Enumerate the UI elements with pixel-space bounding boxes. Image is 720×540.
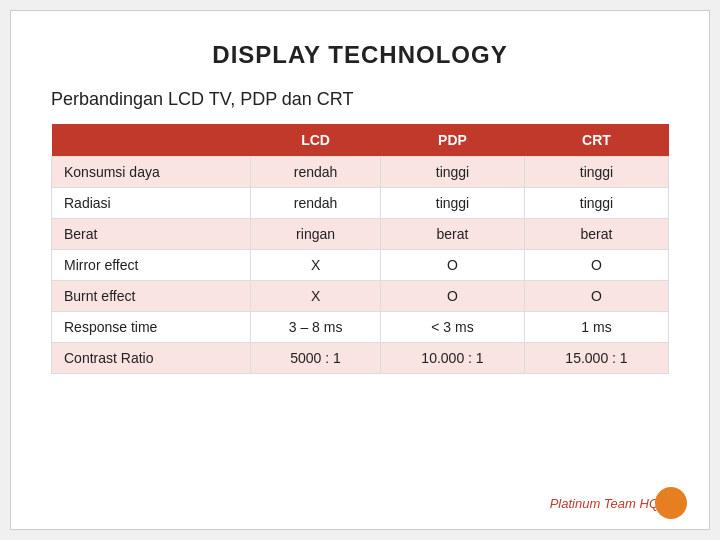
slide-subtitle: Perbandingan LCD TV, PDP dan CRT bbox=[51, 89, 669, 110]
col-header-crt: CRT bbox=[524, 124, 668, 157]
table-cell-value: < 3 ms bbox=[381, 312, 525, 343]
table-cell-value: X bbox=[251, 281, 381, 312]
table-cell-value: 10.000 : 1 bbox=[381, 343, 525, 374]
table-row: Mirror effectXOO bbox=[52, 250, 669, 281]
table-cell-value: 5000 : 1 bbox=[251, 343, 381, 374]
table-cell-value: tinggi bbox=[381, 157, 525, 188]
footer-text: Platinum Team HQ bbox=[550, 496, 659, 511]
table-cell-value: O bbox=[381, 281, 525, 312]
slide: DISPLAY TECHNOLOGY Perbandingan LCD TV, … bbox=[10, 10, 710, 530]
table-cell-value: ringan bbox=[251, 219, 381, 250]
table-cell-value: tinggi bbox=[381, 188, 525, 219]
table-cell-feature: Radiasi bbox=[52, 188, 251, 219]
table-header-row: LCD PDP CRT bbox=[52, 124, 669, 157]
table-cell-feature: Konsumsi daya bbox=[52, 157, 251, 188]
table-cell-feature: Berat bbox=[52, 219, 251, 250]
table-cell-value: X bbox=[251, 250, 381, 281]
table-cell-value: rendah bbox=[251, 157, 381, 188]
table-cell-feature: Mirror effect bbox=[52, 250, 251, 281]
col-header-lcd: LCD bbox=[251, 124, 381, 157]
table-cell-value: tinggi bbox=[524, 157, 668, 188]
col-header-pdp: PDP bbox=[381, 124, 525, 157]
table-cell-value: berat bbox=[381, 219, 525, 250]
table-cell-value: O bbox=[381, 250, 525, 281]
table-cell-feature: Burnt effect bbox=[52, 281, 251, 312]
table-row: Konsumsi dayarendahtinggitinggi bbox=[52, 157, 669, 188]
table-cell-value: berat bbox=[524, 219, 668, 250]
table-row: Contrast Ratio5000 : 110.000 : 115.000 :… bbox=[52, 343, 669, 374]
table-cell-value: rendah bbox=[251, 188, 381, 219]
table-cell-feature: Contrast Ratio bbox=[52, 343, 251, 374]
table-cell-value: 3 – 8 ms bbox=[251, 312, 381, 343]
table-cell-value: 1 ms bbox=[524, 312, 668, 343]
table-row: Beratringanberatberat bbox=[52, 219, 669, 250]
table-cell-value: tinggi bbox=[524, 188, 668, 219]
table-row: Burnt effectXOO bbox=[52, 281, 669, 312]
table-row: Response time3 – 8 ms< 3 ms1 ms bbox=[52, 312, 669, 343]
table-cell-feature: Response time bbox=[52, 312, 251, 343]
slide-title: DISPLAY TECHNOLOGY bbox=[51, 41, 669, 69]
table-cell-value: 15.000 : 1 bbox=[524, 343, 668, 374]
comparison-table: LCD PDP CRT Konsumsi dayarendahtinggitin… bbox=[51, 124, 669, 374]
col-header-feature bbox=[52, 124, 251, 157]
table-row: Radiasirendahtinggitinggi bbox=[52, 188, 669, 219]
table-cell-value: O bbox=[524, 250, 668, 281]
table-cell-value: O bbox=[524, 281, 668, 312]
orange-circle-decoration bbox=[655, 487, 687, 519]
